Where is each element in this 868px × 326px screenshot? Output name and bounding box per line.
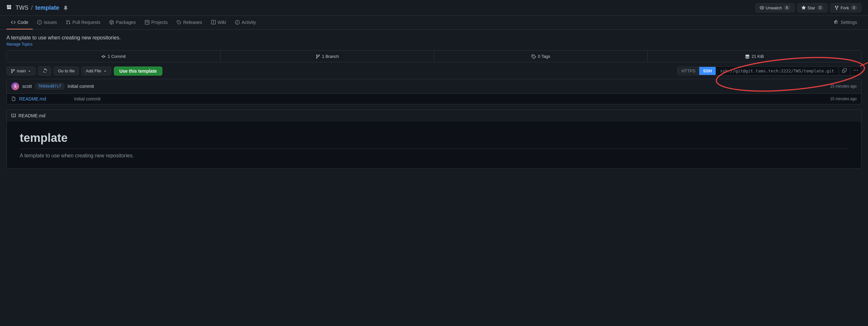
readme-header: README.md: [6, 109, 862, 122]
unwatch-label: Unwatch: [766, 5, 782, 10]
issues-icon: [37, 20, 42, 25]
compare-button[interactable]: [38, 66, 51, 75]
branch-icon: [316, 54, 320, 59]
commits-label: 1 Commit: [108, 54, 126, 59]
tab-projects[interactable]: Projects: [141, 16, 173, 29]
commits-stat[interactable]: 1 Commit: [7, 51, 221, 62]
tab-projects-label: Projects: [151, 20, 168, 25]
file-row: README.md Initial commit 15 minutes ago: [7, 94, 861, 104]
repo-sep: /: [31, 4, 33, 11]
readme-filename: README.md: [19, 113, 45, 118]
fork-count: 0: [850, 5, 857, 10]
add-file-button[interactable]: Add File: [82, 67, 111, 75]
clone-box: HTTPS SSH ssh://git@git.tams.tech:2222/T…: [677, 66, 862, 75]
star-count: 0: [817, 5, 824, 10]
tab-issues-label: Issues: [44, 20, 57, 25]
tags-stat[interactable]: 0 Tags: [434, 51, 648, 62]
nav-tabs: Code Issues Pull Requests Packages Proje…: [0, 16, 868, 30]
branch-select-icon: [11, 69, 15, 73]
tag-icon: [531, 54, 536, 59]
unwatch-count: 6: [784, 5, 790, 10]
projects-icon: [145, 20, 149, 25]
tab-code-label: Code: [18, 20, 28, 25]
use-template-button[interactable]: Use this template: [114, 67, 162, 75]
commit-row: S scott 769ded07c7 Initial commit 15 min…: [7, 79, 861, 94]
readme-description: A template to use when creating new repo…: [20, 153, 848, 159]
stats-bar: 1 Commit 1 Branch 0 Tags 21 KiB: [6, 51, 862, 62]
book-icon: [11, 113, 16, 118]
commit-hash[interactable]: 769ded07c7: [35, 83, 64, 90]
tab-settings[interactable]: Settings: [830, 16, 862, 29]
branches-label: 1 Branch: [322, 54, 339, 59]
header-left: TWS / template: [6, 4, 68, 11]
clone-section: HTTPS SSH ssh://git@git.tams.tech:2222/T…: [677, 66, 862, 75]
clone-ssh-button[interactable]: SSH: [699, 67, 716, 75]
tab-pull-requests[interactable]: Pull Requests: [61, 16, 105, 29]
compare-icon: [42, 68, 47, 73]
fork-button[interactable]: Fork 0: [830, 3, 862, 12]
readme-body: template A template to use when creating…: [6, 122, 862, 169]
tab-wiki[interactable]: Wiki: [207, 16, 230, 29]
go-to-file-button[interactable]: Go to file: [54, 67, 79, 75]
file-commit: Initial commit: [74, 96, 827, 101]
activity-icon: [235, 20, 240, 25]
copy-icon: [842, 68, 847, 73]
size-label: 21 KiB: [751, 54, 764, 59]
tags-label: 0 Tags: [538, 54, 550, 59]
tab-code[interactable]: Code: [6, 16, 33, 29]
chevron-down-add-icon: [103, 69, 107, 73]
releases-icon: [177, 20, 181, 25]
settings-icon: [834, 20, 839, 25]
commit-time: 15 minutes ago: [830, 84, 857, 89]
branch-select[interactable]: main: [6, 67, 36, 75]
notification-icon: [63, 5, 68, 10]
tab-packages[interactable]: Packages: [105, 16, 140, 29]
readme-title: template: [20, 131, 848, 149]
more-icon: [854, 68, 858, 73]
commit-author[interactable]: scott: [22, 84, 32, 89]
packages-icon: [109, 20, 114, 25]
clone-https-button[interactable]: HTTPS: [678, 67, 699, 75]
clone-more-button[interactable]: [850, 67, 861, 75]
grid-icon: [6, 4, 13, 11]
tab-packages-label: Packages: [116, 20, 135, 25]
file-table: S scott 769ded07c7 Initial commit 15 min…: [6, 79, 862, 104]
commit-message: Initial commit: [68, 84, 94, 89]
code-icon: [11, 20, 16, 25]
header-right: Unwatch 6 Star 0 Fork 0: [755, 3, 862, 12]
commit-icon: [101, 54, 106, 59]
star-icon: [801, 5, 806, 10]
branch-name: main: [17, 68, 26, 73]
pr-icon: [66, 20, 70, 25]
database-icon: [745, 54, 750, 59]
tab-releases[interactable]: Releases: [172, 16, 206, 29]
fork-label: Fork: [840, 5, 849, 10]
star-button[interactable]: Star 0: [797, 3, 828, 12]
clone-copy-button[interactable]: [839, 67, 850, 75]
repo-org[interactable]: TWS: [16, 4, 28, 11]
readme-section: README.md template A template to use whe…: [6, 109, 862, 169]
repo-name[interactable]: template: [35, 4, 59, 11]
tab-settings-label: Settings: [840, 20, 857, 25]
branches-stat[interactable]: 1 Branch: [221, 51, 434, 62]
avatar[interactable]: S: [11, 83, 19, 90]
eye-icon: [760, 5, 764, 10]
file-name[interactable]: README.md: [19, 96, 71, 101]
action-bar: main Go to file Add File Use this templa…: [6, 66, 862, 75]
unwatch-button[interactable]: Unwatch 6: [755, 3, 795, 12]
tab-issues[interactable]: Issues: [33, 16, 61, 29]
repo-description: A template to use when creating new repo…: [6, 35, 862, 41]
file-icon: [11, 97, 16, 101]
tab-activity-label: Activity: [242, 20, 256, 25]
fork-icon: [834, 5, 839, 10]
main-content: A template to use when creating new repo…: [0, 30, 868, 174]
header: TWS / template Unwatch 6 Star 0 Fork: [0, 0, 868, 16]
manage-topics-link[interactable]: Manage Topics: [6, 42, 862, 46]
tab-releases-label: Releases: [183, 20, 202, 25]
star-label: Star: [808, 5, 815, 10]
tab-activity[interactable]: Activity: [230, 16, 260, 29]
tab-pr-label: Pull Requests: [72, 20, 100, 25]
clone-url-display: ssh://git@git.tams.tech:2222/TWS/templat…: [716, 67, 839, 75]
file-time: 15 minutes ago: [830, 97, 857, 101]
tab-wiki-label: Wiki: [218, 20, 226, 25]
